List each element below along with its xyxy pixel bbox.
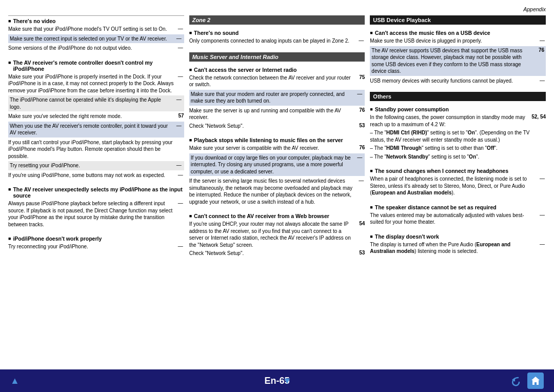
home-icon[interactable] [527,373,544,389]
section-cant-access-server: Can't access the server or Internet radi… [189,67,365,131]
table-row: Make sure your iPod/iPhone is properly i… [8,73,184,94]
nav-left: ▲ [10,376,19,386]
prev-arrow-icon[interactable]: ▲ [10,376,19,386]
table-row: Only components connected to analog inpu… [189,37,365,45]
speaker-distance-header: The speaker distance cannot be set as re… [370,204,546,210]
table-row: – The "HDMI Ctrl (RIHD)" setting is set … [370,129,546,143]
section-sound-headphones: The sound changes when I connect my head… [370,168,546,198]
table-row: In the following cases, the power consum… [370,114,546,128]
music-server-header: Music Server and Internet Radio [189,52,365,62]
table-row: Make sure that your iPod/iPhone model's … [8,26,184,33]
no-sound-header: There's no sound [189,30,365,36]
back-icon[interactable] [507,373,523,389]
table-row: Make sure that your modem and router are… [189,90,365,106]
table-row: – The "Network Standby" setting is set t… [370,153,546,161]
cant-access-server-header: Can't access the server or Internet radi… [189,67,365,73]
table-row: Make sure your server is compatible with… [189,145,365,152]
av-selects-header: The AV receiver unexpectedly selects my … [8,186,184,199]
table-row: Check the network connection between the… [189,74,365,88]
section-display-work: The display doesn't work The display is … [370,233,546,257]
section-standby-power: Standby power consumption In the followi… [370,106,546,162]
table-row: The iPod/iPhone cannot be operated while… [8,95,184,111]
table-row: If you still can't control your iPod/iPh… [8,139,184,160]
table-row: When a pair of headphones is connected, … [370,175,546,197]
table-row: Always pause iPod/iPhone playback before… [8,200,184,228]
section-av-remote: The AV receiver's remote controller does… [8,60,184,181]
next-arrow-icon[interactable]: ▼ [283,376,292,386]
ipod-work-header: iPod/iPhone doesn't work properly [8,236,184,242]
section-cant-connect-web: Can't connect to the AV receiver from a … [189,213,365,259]
table-row: When you use the AV receiver's remote co… [8,122,184,138]
display-work-header: The display doesn't work [370,233,546,240]
sound-headphones-header: The sound changes when I connect my head… [370,168,546,174]
section-cant-access-usb: Can't access the music files on a USB de… [370,30,546,86]
column-1: There's no video Make sure that your iPo… [8,15,184,366]
table-row: The display is turned off when the Pure … [370,241,546,255]
cant-connect-web-header: Can't connect to the AV receiver from a … [189,213,365,219]
section-playback-stops: Playback stops while listening to music … [189,137,365,207]
no-video-header: There's no video [8,18,184,24]
section-no-sound: There's no sound Only components connect… [189,30,365,46]
section-speaker-distance: The speaker distance cannot be set as re… [370,204,546,227]
table-row: If you're using DHCP, your router may no… [189,221,365,248]
table-row: Make sure you've selected the right remo… [8,113,184,120]
table-row: The AV receiver supports USB devices tha… [370,46,546,76]
table-row: Make sure the USB device is plugged in p… [370,37,546,45]
table-row: If you're using iPod/iPhone, some button… [8,172,184,179]
section-no-video: There's no video Make sure that your iPo… [8,15,184,53]
table-row: If you download or copy large files on y… [189,153,365,177]
table-row: Make sure the server is up and running a… [189,107,365,121]
appendix-label: Appendix [8,6,546,12]
table-row: The values entered may be automatically … [370,212,546,226]
table-row: Some versions of the iPod/iPhone do not … [8,45,184,52]
nav-right [507,373,544,389]
others-header: Others [370,92,546,101]
cant-access-usb-header: Can't access the music files on a USB de… [370,30,546,36]
table-row: Check "Network Setup". 53 [189,123,365,130]
column-2: Zone 2 There's no sound Only components … [189,15,365,366]
playback-stops-header: Playback stops while listening to music … [189,137,365,143]
table-row: If the server is serving large music fil… [189,178,365,205]
section-ipod-work: iPod/iPhone doesn't work properly Try re… [8,236,184,252]
table-row: Try resetting your iPod/iPhone. — [8,161,184,170]
section-av-selects: The AV receiver unexpectedly selects my … [8,186,184,229]
bottom-bar: ▲ En-65 ▼ [0,369,554,392]
table-row: USB memory devices with security functio… [370,77,546,85]
zone2-header: Zone 2 [189,15,365,25]
table-row: Make sure the correct input is selected … [8,34,184,44]
standby-power-header: Standby power consumption [370,106,546,112]
table-row: Check "Network Setup". 53 [189,250,365,257]
av-remote-header: The AV receiver's remote controller does… [8,60,184,72]
usb-header: USB Device Playback [370,15,546,25]
table-row: Try reconnecting your iPod/iPhone. — [8,243,184,250]
table-row: – The "HDMI Through" setting is set to o… [370,145,546,152]
column-3: USB Device Playback Can't access the mus… [370,15,546,366]
